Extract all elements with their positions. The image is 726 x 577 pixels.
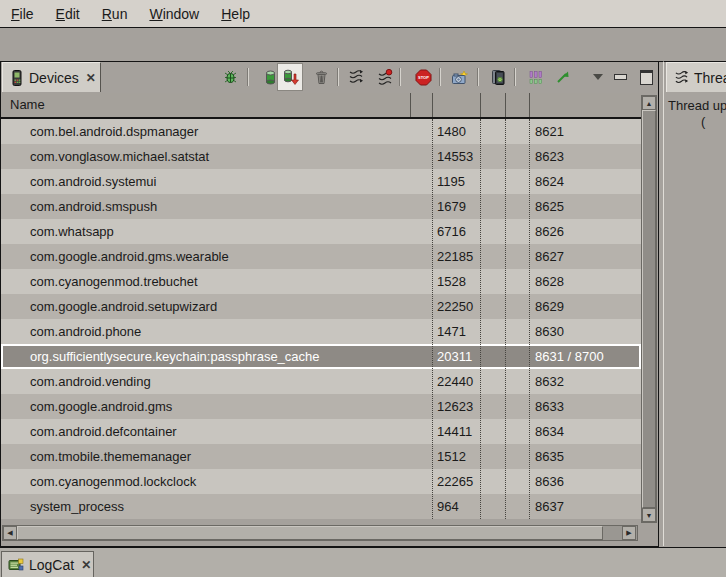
column-divider[interactable] <box>505 93 506 117</box>
close-icon[interactable]: ✕ <box>84 71 96 85</box>
table-row[interactable]: system_process 964 8637 <box>1 494 641 519</box>
scroll-right-button[interactable]: ▶ <box>622 526 636 540</box>
horizontal-scrollbar-thumb[interactable] <box>17 526 603 540</box>
update-threads-button[interactable] <box>346 67 366 87</box>
phone-icon <box>10 70 24 86</box>
tab-threads[interactable]: Threads <box>666 62 726 92</box>
table-row[interactable]: com.google.android.gms 12623 8633 <box>1 394 641 419</box>
process-name: com.android.vending <box>30 369 151 394</box>
sysinfo-button[interactable] <box>553 67 573 87</box>
process-name: system_process <box>30 494 124 519</box>
table-row[interactable]: com.android.smspush 1679 8625 <box>1 194 641 219</box>
menu-edit[interactable]: Edit <box>45 2 91 26</box>
table-row[interactable]: com.google.android.setupwizard 22250 862… <box>1 294 641 319</box>
screen-capture-button[interactable] <box>450 67 470 87</box>
process-pid: 22265 <box>437 469 473 494</box>
process-pid: 20311 <box>437 344 472 369</box>
method-profiling-button[interactable] <box>375 67 395 87</box>
process-pid: 22440 <box>437 369 473 394</box>
vertical-scrollbar[interactable]: ▲ ▼ <box>641 95 657 523</box>
tab-devices-label: Devices <box>29 70 79 86</box>
table-row[interactable]: com.vonglasow.michael.satstat 14553 8623 <box>1 144 641 169</box>
camera-icon <box>451 69 469 86</box>
table-row[interactable]: com.bel.android.dspmanager 1480 8621 <box>1 119 641 144</box>
process-name: com.android.smspush <box>30 194 157 219</box>
scroll-down-icon: ▼ <box>646 512 653 519</box>
devices-view: Devices ✕ <box>0 61 659 547</box>
process-port: 8633 <box>535 394 564 419</box>
process-name: com.cyanogenmod.trebuchet <box>30 269 198 294</box>
threads-message-line1: Thread up <box>668 98 726 113</box>
process-pid: 1471 <box>437 319 466 344</box>
process-pid: 1512 <box>437 444 466 469</box>
dump-hprof-button[interactable] <box>277 63 303 91</box>
menu-window[interactable]: Window <box>138 2 210 26</box>
table-row[interactable]: com.android.vending 22440 8632 <box>1 369 641 394</box>
process-port: 8624 <box>535 169 564 194</box>
stop-process-button[interactable]: STOP <box>413 67 433 87</box>
cause-gc-button[interactable] <box>311 67 331 87</box>
table-header[interactable]: Name <box>1 93 641 119</box>
scroll-up-button[interactable]: ▲ <box>642 96 656 110</box>
debug-attach-button[interactable] <box>220 67 240 87</box>
trash-icon <box>314 69 329 86</box>
vertical-scrollbar-thumb[interactable] <box>642 110 656 508</box>
table-row[interactable]: com.tmobile.thememanager 1512 8635 <box>1 444 641 469</box>
chevron-down-icon <box>593 74 603 80</box>
process-port: 8637 <box>535 494 564 519</box>
threads-message-line2: ( <box>701 114 705 129</box>
process-pid: 22185 <box>437 244 473 269</box>
process-name: org.sufficientlysecure.keychain:passphra… <box>30 344 320 369</box>
table-row[interactable]: com.google.android.gms.wearable 22185 86… <box>1 244 641 269</box>
column-divider[interactable] <box>480 93 481 117</box>
process-name: com.google.android.setupwizard <box>30 294 217 319</box>
process-pid: 14553 <box>437 144 473 169</box>
minimize-button[interactable] <box>610 67 630 87</box>
process-pid: 964 <box>437 494 459 519</box>
column-divider[interactable] <box>432 93 433 117</box>
column-divider[interactable] <box>529 93 530 117</box>
table-row[interactable]: com.cyanogenmod.trebuchet 1528 8628 <box>1 269 641 294</box>
process-pid: 1528 <box>437 269 466 294</box>
table-row[interactable]: org.sufficientlysecure.keychain:passphra… <box>1 344 641 369</box>
stop-sign-icon: STOP <box>415 69 432 86</box>
tab-logcat[interactable]: LogCat ✕ <box>1 551 94 577</box>
process-name: com.android.defcontainer <box>30 419 177 444</box>
process-port: 8623 <box>535 144 564 169</box>
table-row[interactable]: com.android.systemui 1195 8624 <box>1 169 641 194</box>
maximize-icon <box>640 70 653 85</box>
column-header-name[interactable]: Name <box>1 97 45 112</box>
process-port: 8636 <box>535 469 564 494</box>
process-port: 8629 <box>535 294 564 319</box>
threads-icon <box>348 69 364 85</box>
table-row[interactable]: com.android.phone 1471 8630 <box>1 319 641 344</box>
process-pid: 1679 <box>437 194 466 219</box>
tab-devices[interactable]: Devices ✕ <box>2 62 101 92</box>
process-port: 8635 <box>535 444 564 469</box>
scroll-down-button[interactable]: ▼ <box>642 508 656 522</box>
menu-file[interactable]: File <box>0 2 45 26</box>
main-toolbar-strip <box>0 28 726 62</box>
process-name: com.google.android.gms.wearable <box>30 244 229 269</box>
menu-help[interactable]: Help <box>210 2 261 26</box>
view-menu-button[interactable] <box>588 67 608 87</box>
table-row[interactable]: com.android.defcontainer 14411 8634 <box>1 419 641 444</box>
scroll-left-icon: ◀ <box>7 529 12 537</box>
capture-device-screen-button[interactable] <box>488 67 508 87</box>
device-stack-icon <box>490 69 507 86</box>
close-icon[interactable]: ✕ <box>79 558 91 572</box>
horizontal-scrollbar[interactable]: ◀ ▶ <box>2 525 638 541</box>
tab-threads-label: Threads <box>694 70 726 86</box>
table-row[interactable]: com.cyanogenmod.lockclock 22265 8636 <box>1 469 641 494</box>
scroll-left-button[interactable]: ◀ <box>3 526 17 540</box>
logcat-icon <box>8 558 24 572</box>
process-pid: 14411 <box>437 419 472 444</box>
menu-run[interactable]: Run <box>91 2 139 26</box>
toolbar-separator <box>337 68 339 86</box>
threads-view: Threads Thread up ( <box>663 61 726 546</box>
hierarchy-view-button[interactable] <box>526 67 546 87</box>
process-port: 8632 <box>535 369 564 394</box>
column-divider[interactable] <box>410 93 411 117</box>
maximize-button[interactable] <box>636 67 656 87</box>
table-row[interactable]: com.whatsapp 6716 8626 <box>1 219 641 244</box>
